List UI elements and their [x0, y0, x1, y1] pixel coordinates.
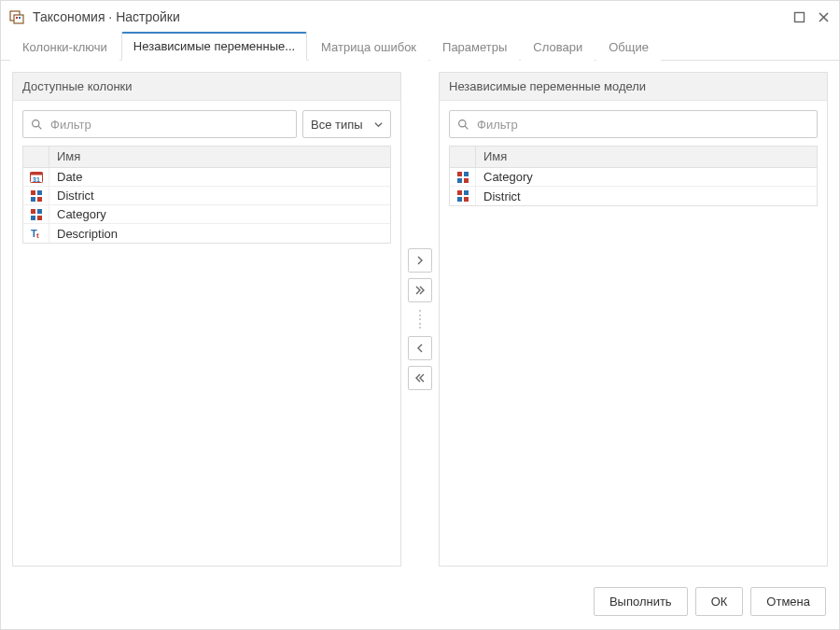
svg-rect-17 [37, 209, 42, 214]
search-icon [457, 119, 469, 131]
model-variables-panel: Независимые переменные модели Имя [439, 72, 828, 567]
table-row[interactable]: 31 Date [23, 168, 390, 187]
svg-rect-10 [30, 172, 42, 175]
model-filter-field[interactable] [475, 117, 809, 133]
tab-independent-vars[interactable]: Независимые переменные... [121, 32, 307, 61]
tab-parameters[interactable]: Параметры [430, 34, 519, 61]
titlebar: Таксономия · Настройки [1, 1, 839, 33]
category-type-icon [450, 187, 476, 205]
svg-rect-16 [31, 209, 35, 214]
category-type-icon [23, 205, 49, 223]
table-row[interactable]: Category [23, 205, 390, 224]
svg-rect-3 [19, 17, 21, 19]
column-name: Category [476, 168, 817, 186]
ok-button[interactable]: ОК [695, 587, 744, 616]
tab-confusion-matrix[interactable]: Матрица ошибок [309, 34, 428, 61]
app-icon [8, 8, 25, 25]
svg-text:31: 31 [33, 175, 40, 182]
window-title: Таксономия · Настройки [33, 9, 792, 24]
type-filter-select[interactable]: Все типы [302, 110, 391, 138]
model-header-name: Имя [476, 147, 817, 167]
category-type-icon [450, 168, 476, 186]
chevron-down-icon [374, 120, 383, 129]
move-left-button[interactable] [408, 336, 432, 360]
table-row[interactable]: Tt Description [23, 224, 390, 243]
tab-general[interactable]: Общие [596, 34, 661, 61]
svg-rect-14 [31, 197, 35, 202]
svg-rect-26 [457, 178, 462, 183]
svg-rect-12 [31, 190, 35, 195]
model-header-icon-col [450, 147, 476, 167]
available-columns-title: Доступные колонки [13, 73, 400, 101]
move-all-right-button[interactable] [408, 278, 432, 302]
type-filter-label: Все типы [311, 118, 363, 132]
tab-key-columns[interactable]: Колонки-ключи [10, 34, 119, 61]
svg-rect-4 [794, 12, 804, 21]
column-name: Date [49, 168, 390, 186]
table-row[interactable]: District [23, 187, 390, 205]
transfer-buttons [401, 72, 439, 567]
available-filter-field[interactable] [49, 117, 288, 133]
svg-rect-28 [457, 190, 462, 195]
svg-rect-18 [31, 216, 35, 220]
available-header-icon-col [23, 147, 49, 167]
svg-rect-31 [464, 197, 469, 202]
maximize-button[interactable] [792, 10, 805, 23]
close-button[interactable] [817, 10, 830, 23]
model-variables-table: Имя Category District [449, 146, 818, 206]
search-icon [31, 119, 43, 131]
svg-rect-29 [464, 190, 469, 195]
svg-rect-24 [457, 172, 462, 176]
available-columns-panel: Доступные колонки Все типы Имя [12, 72, 401, 567]
svg-text:t: t [36, 231, 39, 240]
svg-line-8 [38, 126, 41, 129]
move-all-left-button[interactable] [408, 366, 432, 390]
model-variables-title: Независимые переменные модели [440, 73, 827, 101]
svg-point-7 [33, 119, 39, 126]
text-type-icon: Tt [23, 224, 49, 243]
column-name: District [49, 187, 390, 204]
svg-line-23 [465, 126, 468, 129]
svg-rect-25 [464, 172, 469, 176]
tab-dictionaries[interactable]: Словари [521, 34, 595, 61]
model-filter-input[interactable] [449, 110, 818, 138]
category-type-icon [23, 187, 49, 204]
available-filter-input[interactable] [22, 110, 297, 138]
move-right-button[interactable] [408, 248, 432, 273]
svg-rect-19 [37, 216, 42, 220]
table-row[interactable]: Category [450, 168, 817, 187]
date-type-icon: 31 [23, 168, 49, 186]
svg-rect-27 [464, 178, 469, 183]
divider-dots [418, 310, 422, 329]
svg-point-22 [459, 119, 466, 126]
available-header-name: Имя [49, 147, 390, 167]
svg-rect-15 [37, 197, 42, 202]
svg-rect-1 [14, 15, 23, 23]
column-name: District [476, 187, 817, 205]
svg-rect-13 [37, 190, 42, 195]
svg-rect-2 [16, 17, 18, 19]
table-row[interactable]: District [450, 187, 817, 205]
tabs: Колонки-ключи Независимые переменные... … [1, 33, 839, 61]
execute-button[interactable]: Выполнить [594, 587, 688, 616]
cancel-button[interactable]: Отмена [750, 587, 826, 616]
available-columns-table: Имя 31 Date District [22, 146, 391, 244]
svg-rect-30 [457, 197, 462, 202]
footer: Выполнить ОК Отмена [1, 578, 839, 629]
column-name: Description [49, 224, 390, 243]
column-name: Category [49, 205, 390, 223]
